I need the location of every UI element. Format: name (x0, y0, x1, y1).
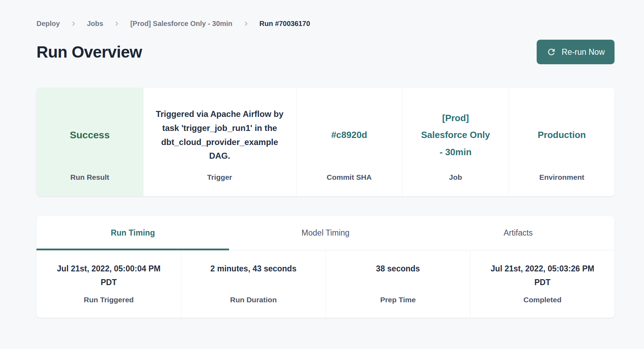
page-header: Run Overview Re-run Now (36, 40, 615, 64)
timing-card-run-triggered: Jul 21st, 2022, 05:00:04 PM PDT Run Trig… (36, 250, 181, 318)
commit-sha-link[interactable]: #c8920d (331, 130, 367, 140)
run-triggered-value: Jul 21st, 2022, 05:00:04 PM PDT (50, 262, 168, 296)
run-duration-label: Run Duration (181, 296, 326, 304)
run-triggered-label: Run Triggered (36, 296, 181, 304)
prep-time-value: 38 seconds (339, 262, 457, 296)
trigger-label: Trigger (207, 173, 232, 182)
breadcrumb-item-jobs[interactable]: Jobs (87, 20, 103, 28)
timing-card-run-duration: 2 minutes, 43 seconds Run Duration (181, 250, 326, 318)
commit-sha-label: Commit SHA (327, 173, 371, 182)
page-title: Run Overview (36, 42, 142, 61)
breadcrumb-item-run-number: Run #70036170 (260, 20, 310, 28)
completed-value: Jul 21st, 2022, 05:03:26 PM PDT (484, 262, 601, 296)
rerun-now-button-label: Re-run Now (562, 47, 605, 57)
run-timing-cards: Jul 21st, 2022, 05:00:04 PM PDT Run Trig… (36, 250, 615, 318)
run-duration-value: 2 minutes, 43 seconds (195, 262, 312, 296)
chevron-right-icon (71, 21, 76, 27)
environment-link[interactable]: Production (538, 130, 586, 140)
rerun-now-button[interactable]: Re-run Now (537, 40, 615, 64)
chevron-right-icon (114, 21, 120, 27)
run-result-status-value: Success (70, 130, 110, 141)
breadcrumb: Deploy Jobs [Prod] Salesforce Only - 30m… (36, 0, 615, 28)
refresh-icon (546, 47, 556, 57)
run-overview-page: Deploy Jobs [Prod] Salesforce Only - 30m… (0, 0, 644, 318)
prep-time-label: Prep Time (326, 296, 470, 304)
job-link[interactable]: [Prod] Salesforce Only - 30min (418, 110, 493, 160)
trigger-value: Triggered via Apache Airflow by task 'tr… (154, 107, 285, 163)
summary-card-job: [Prod] Salesforce Only - 30min Job (402, 88, 509, 196)
tab-run-timing[interactable]: Run Timing (36, 216, 229, 250)
job-label: Job (449, 173, 462, 182)
summary-card-commit-sha: #c8920d Commit SHA (296, 88, 402, 196)
tab-artifacts[interactable]: Artifacts (422, 216, 615, 250)
breadcrumb-item-deploy[interactable]: Deploy (36, 20, 60, 28)
environment-label: Environment (539, 173, 584, 182)
run-result-label: Run Result (70, 173, 109, 182)
tab-model-timing[interactable]: Model Timing (229, 216, 422, 250)
run-details-panel: Run Timing Model Timing Artifacts Jul 21… (36, 216, 615, 318)
run-summary-cards: Success Run Result Triggered via Apache … (36, 88, 615, 196)
summary-card-environment: Production Environment (509, 88, 615, 196)
summary-card-run-result: Success Run Result (36, 88, 143, 196)
tab-bar: Run Timing Model Timing Artifacts (36, 216, 615, 250)
completed-label: Completed (470, 296, 615, 304)
timing-card-prep-time: 38 seconds Prep Time (326, 250, 470, 318)
timing-card-completed: Jul 21st, 2022, 05:03:26 PM PDT Complete… (470, 250, 615, 318)
breadcrumb-item-job-name[interactable]: [Prod] Salesforce Only - 30min (130, 20, 232, 28)
chevron-right-icon (243, 21, 249, 27)
summary-card-trigger: Triggered via Apache Airflow by task 'tr… (143, 88, 296, 196)
